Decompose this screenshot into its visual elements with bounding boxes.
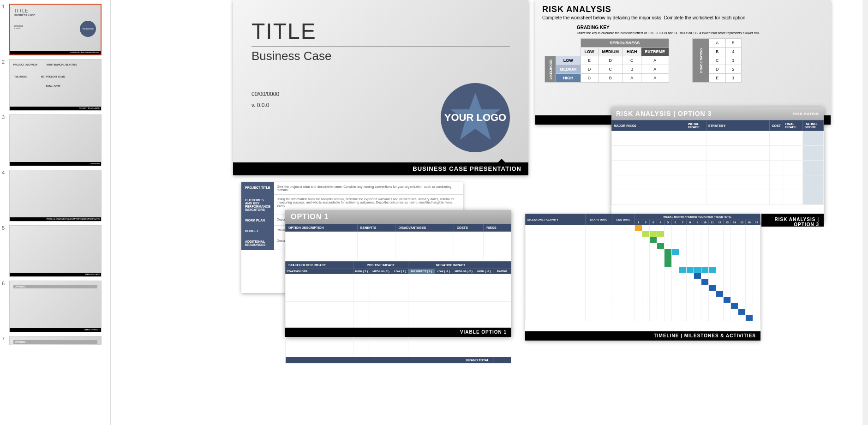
slide-thumb-1[interactable]: 1 TITLE Business Case 00/00/0000 v. 0.0.… xyxy=(9,4,105,55)
main-canvas: TITLE Business Case 00/00/0000 v. 0.0.0 … xyxy=(111,0,868,425)
thumb-footer: PROJECT AT A GLANCE xyxy=(10,107,101,110)
slide-number: 3 xyxy=(2,114,5,120)
slide-number: 7 xyxy=(2,336,5,341)
risk-desc: Complete the worksheet below by detailin… xyxy=(535,15,831,25)
slide-number: 1 xyxy=(2,4,5,9)
risk-option3-slide: RISK ANALYSIS | OPTION 3RISK RATING MAJO… xyxy=(611,107,824,222)
timeline-slide: MILESTONE / ACTIVITY START DATE END DATE… xyxy=(525,214,760,341)
slide-number: 2 xyxy=(2,59,5,65)
option1-slide: OPTION 1 OPTION DESCRIPTION BENEFITS DIS… xyxy=(285,210,511,337)
slide-thumb-3[interactable]: 3 OVERVIEW xyxy=(9,114,105,166)
grading-key-desc: Utilize the key to calculate the combine… xyxy=(535,31,831,38)
slide-thumb-5[interactable]: 5 STAKEHOLDERS xyxy=(9,225,105,277)
logo-placeholder: YOUR LOGO xyxy=(441,83,510,152)
slide-footer: BUSINESS CASE PRESENTATION xyxy=(233,162,528,175)
option1-footer: VIABLE OPTION 1 xyxy=(285,328,511,337)
thumb-title: TITLE xyxy=(14,8,97,13)
header-text: RISK ANALYSIS | OPTION 3 xyxy=(616,110,712,117)
slide-number: 5 xyxy=(2,225,5,231)
thumb-footer: OVERVIEW xyxy=(10,162,101,166)
header-right: RISK RATING xyxy=(793,110,819,117)
grade-rating-table: GRADE RATING A5 B4 C3 D2 E1 xyxy=(692,38,742,83)
option1-header: OPTION 1 xyxy=(285,210,511,224)
timeline-footer: TIMELINE | MILESTONES & ACTIVITIES xyxy=(525,331,760,341)
thumb-subtitle: Business Case xyxy=(14,13,97,17)
risk-title: RISK ANALYSIS xyxy=(535,0,831,15)
risk-matrix-table: SERIOUSNESS LOW MEDIUM HIGH EXTREME LIKE… xyxy=(545,38,669,83)
slide-thumb-4[interactable]: 4 PROBLEM STATEMENT | ASSUMPTIONS AND CO… xyxy=(9,170,105,221)
gantt-chart: MILESTONE / ACTIVITY START DATE END DATE… xyxy=(525,214,760,321)
title-slide: TITLE Business Case 00/00/0000 v. 0.0.0 … xyxy=(233,0,528,175)
slide-title: TITLE xyxy=(233,0,528,44)
thumb-logo: YOUR LOGO xyxy=(80,21,96,37)
thumb-footer: BUSINESS CASE PRESENTATION xyxy=(10,51,101,54)
thumb-footer: PROBLEM STATEMENT | ASSUMPTIONS AND CONS… xyxy=(10,217,101,221)
slide-subtitle: Business Case xyxy=(251,46,510,63)
risk-option3-footer: RISK ANALYSIS | OPTION 3 xyxy=(761,214,824,227)
thumb-footer: VIABLE OPTION 1 xyxy=(10,328,101,332)
grading-key-label: GRADING KEY xyxy=(535,25,831,31)
slide-thumb-6[interactable]: 6 OPTION 1 VIABLE OPTION 1 xyxy=(9,281,105,332)
slide-thumb-7[interactable]: 7 OPTION 2 xyxy=(9,336,105,345)
risk-analysis-slide: RISK ANALYSIS Complete the worksheet bel… xyxy=(535,0,831,125)
slide-thumb-2[interactable]: 2 PROJECT OVERVIEWNON-FINANCIAL BENEFITS… xyxy=(9,59,105,111)
thumb-footer: STAKEHOLDERS xyxy=(10,273,101,276)
logo-text: YOUR LOGO xyxy=(444,112,506,123)
slide-panel[interactable]: 1 TITLE Business Case 00/00/0000 v. 0.0.… xyxy=(0,0,111,425)
slide-number: 6 xyxy=(2,281,5,286)
slide-number: 4 xyxy=(2,170,5,175)
